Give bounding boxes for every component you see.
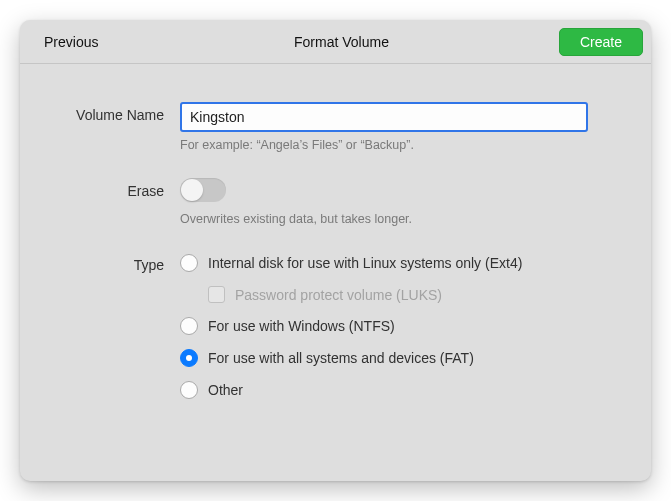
radio-label: Internal disk for use with Linux systems… [208, 255, 522, 271]
dialog-header: Previous Format Volume Create [20, 20, 651, 64]
radio-icon [180, 317, 198, 335]
type-radio-group: Internal disk for use with Linux systems… [180, 252, 615, 399]
checkbox-luks: Password protect volume (LUKS) [208, 286, 615, 303]
volume-name-label: Volume Name [56, 102, 180, 123]
radio-ext4[interactable]: Internal disk for use with Linux systems… [180, 254, 615, 272]
radio-label: Other [208, 382, 243, 398]
radio-other[interactable]: Other [180, 381, 615, 399]
checkbox-label: Password protect volume (LUKS) [235, 287, 442, 303]
erase-label: Erase [56, 178, 180, 199]
radio-icon [180, 381, 198, 399]
format-volume-dialog: Previous Format Volume Create Volume Nam… [20, 20, 651, 481]
radio-label: For use with all systems and devices (FA… [208, 350, 474, 366]
volume-name-input[interactable] [180, 102, 588, 132]
dialog-content: Volume Name For example: “Angela’s Files… [20, 64, 651, 481]
erase-hint: Overwrites existing data, but takes long… [180, 212, 615, 226]
volume-name-hint: For example: “Angela’s Files” or “Backup… [180, 138, 615, 152]
type-label: Type [56, 252, 180, 273]
dialog-title: Format Volume [241, 34, 442, 50]
erase-toggle[interactable] [180, 178, 226, 202]
previous-button[interactable]: Previous [40, 28, 102, 56]
radio-icon [180, 254, 198, 272]
radio-ntfs[interactable]: For use with Windows (NTFS) [180, 317, 615, 335]
checkbox-icon [208, 286, 225, 303]
radio-label: For use with Windows (NTFS) [208, 318, 395, 334]
radio-fat[interactable]: For use with all systems and devices (FA… [180, 349, 615, 367]
radio-icon [180, 349, 198, 367]
create-button[interactable]: Create [559, 28, 643, 56]
